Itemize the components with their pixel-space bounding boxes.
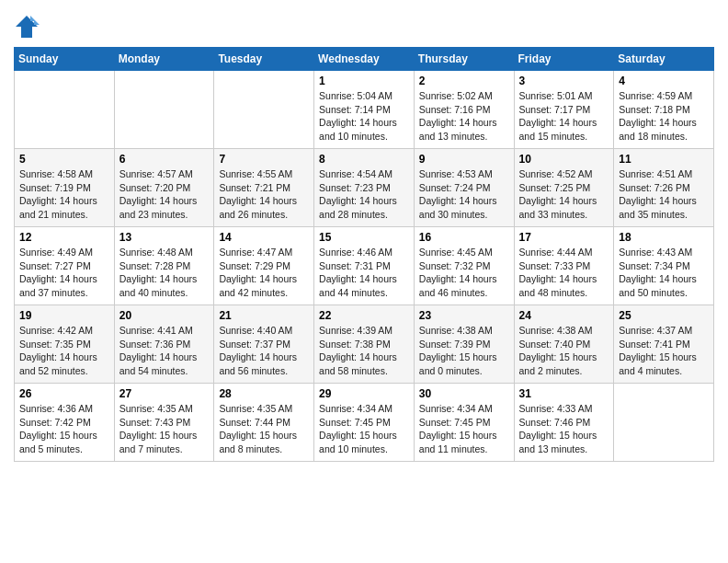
day-info: Sunrise: 4:38 AM Sunset: 7:39 PM Dayligh… [419, 324, 509, 378]
day-info: Sunrise: 4:48 AM Sunset: 7:28 PM Dayligh… [119, 246, 210, 300]
svg-marker-0 [16, 16, 38, 38]
calendar-cell: 4Sunrise: 4:59 AM Sunset: 7:18 PM Daylig… [614, 71, 714, 149]
weekday-header-sunday: Sunday [15, 48, 115, 71]
calendar-cell: 28Sunrise: 4:35 AM Sunset: 7:44 PM Dayli… [214, 384, 314, 462]
day-number: 17 [519, 231, 609, 244]
day-number: 10 [519, 153, 609, 166]
day-number: 13 [119, 231, 210, 244]
calendar-week-row: 12Sunrise: 4:49 AM Sunset: 7:27 PM Dayli… [15, 227, 714, 305]
calendar-cell: 26Sunrise: 4:36 AM Sunset: 7:42 PM Dayli… [15, 384, 115, 462]
calendar-week-row: 5Sunrise: 4:58 AM Sunset: 7:19 PM Daylig… [15, 149, 714, 227]
day-info: Sunrise: 4:55 AM Sunset: 7:21 PM Dayligh… [219, 167, 309, 222]
day-number: 26 [19, 387, 109, 400]
day-info: Sunrise: 4:54 AM Sunset: 7:23 PM Dayligh… [319, 167, 409, 222]
calendar-cell: 14Sunrise: 4:47 AM Sunset: 7:29 PM Dayli… [214, 227, 314, 305]
page-header [14, 9, 714, 40]
calendar-cell: 25Sunrise: 4:37 AM Sunset: 7:41 PM Dayli… [614, 305, 714, 384]
day-info: Sunrise: 4:45 AM Sunset: 7:32 PM Dayligh… [419, 246, 509, 300]
logo [14, 14, 42, 40]
day-number: 14 [219, 231, 309, 244]
calendar-cell: 21Sunrise: 4:40 AM Sunset: 7:37 PM Dayli… [214, 305, 314, 384]
day-number: 4 [619, 75, 709, 87]
calendar-cell [114, 71, 214, 149]
day-info: Sunrise: 4:40 AM Sunset: 7:37 PM Dayligh… [219, 324, 309, 378]
day-info: Sunrise: 4:36 AM Sunset: 7:42 PM Dayligh… [19, 402, 109, 456]
day-info: Sunrise: 4:43 AM Sunset: 7:34 PM Dayligh… [619, 246, 709, 300]
calendar-cell: 17Sunrise: 4:44 AM Sunset: 7:33 PM Dayli… [514, 227, 614, 305]
calendar-cell: 22Sunrise: 4:39 AM Sunset: 7:38 PM Dayli… [314, 305, 415, 384]
calendar-cell: 11Sunrise: 4:51 AM Sunset: 7:26 PM Dayli… [614, 149, 714, 227]
day-number: 18 [619, 231, 709, 244]
day-number: 6 [119, 153, 210, 166]
day-info: Sunrise: 4:38 AM Sunset: 7:40 PM Dayligh… [519, 324, 609, 378]
day-number: 19 [19, 309, 109, 322]
day-number: 9 [419, 153, 509, 166]
day-info: Sunrise: 4:41 AM Sunset: 7:36 PM Dayligh… [119, 324, 210, 378]
day-number: 23 [419, 309, 509, 322]
calendar-cell: 10Sunrise: 4:52 AM Sunset: 7:25 PM Dayli… [514, 149, 614, 227]
calendar-week-row: 1Sunrise: 5:04 AM Sunset: 7:14 PM Daylig… [15, 71, 714, 149]
calendar-week-row: 19Sunrise: 4:42 AM Sunset: 7:35 PM Dayli… [15, 305, 714, 384]
calendar-cell: 31Sunrise: 4:33 AM Sunset: 7:46 PM Dayli… [514, 384, 614, 462]
day-info: Sunrise: 4:51 AM Sunset: 7:26 PM Dayligh… [619, 167, 709, 222]
day-info: Sunrise: 4:46 AM Sunset: 7:31 PM Dayligh… [319, 246, 409, 300]
day-number: 16 [419, 231, 509, 244]
logo-icon [14, 14, 40, 40]
day-number: 28 [219, 387, 309, 400]
day-number: 5 [19, 153, 109, 166]
day-number: 2 [419, 75, 509, 87]
calendar-cell: 9Sunrise: 4:53 AM Sunset: 7:24 PM Daylig… [414, 149, 514, 227]
day-info: Sunrise: 4:44 AM Sunset: 7:33 PM Dayligh… [519, 246, 609, 300]
calendar-cell: 27Sunrise: 4:35 AM Sunset: 7:43 PM Dayli… [114, 384, 214, 462]
day-info: Sunrise: 4:39 AM Sunset: 7:38 PM Dayligh… [319, 324, 409, 378]
calendar-cell: 12Sunrise: 4:49 AM Sunset: 7:27 PM Dayli… [15, 227, 115, 305]
day-info: Sunrise: 4:42 AM Sunset: 7:35 PM Dayligh… [19, 324, 109, 378]
day-number: 7 [219, 153, 309, 166]
weekday-header-tuesday: Tuesday [214, 48, 314, 71]
weekday-header-row: SundayMondayTuesdayWednesdayThursdayFrid… [15, 48, 714, 71]
calendar-cell: 15Sunrise: 4:46 AM Sunset: 7:31 PM Dayli… [314, 227, 415, 305]
day-number: 8 [319, 153, 409, 166]
calendar-week-row: 26Sunrise: 4:36 AM Sunset: 7:42 PM Dayli… [15, 384, 714, 462]
calendar-cell: 6Sunrise: 4:57 AM Sunset: 7:20 PM Daylig… [114, 149, 214, 227]
day-info: Sunrise: 4:47 AM Sunset: 7:29 PM Dayligh… [219, 246, 309, 300]
day-number: 15 [319, 231, 409, 244]
day-info: Sunrise: 4:59 AM Sunset: 7:18 PM Dayligh… [619, 89, 709, 144]
calendar-cell: 29Sunrise: 4:34 AM Sunset: 7:45 PM Dayli… [314, 384, 415, 462]
day-info: Sunrise: 4:34 AM Sunset: 7:45 PM Dayligh… [419, 402, 509, 456]
weekday-header-thursday: Thursday [414, 48, 514, 71]
calendar-cell: 8Sunrise: 4:54 AM Sunset: 7:23 PM Daylig… [314, 149, 415, 227]
calendar-cell: 5Sunrise: 4:58 AM Sunset: 7:19 PM Daylig… [15, 149, 115, 227]
calendar-cell: 3Sunrise: 5:01 AM Sunset: 7:17 PM Daylig… [514, 71, 614, 149]
day-info: Sunrise: 5:02 AM Sunset: 7:16 PM Dayligh… [419, 89, 509, 144]
calendar-cell: 13Sunrise: 4:48 AM Sunset: 7:28 PM Dayli… [114, 227, 214, 305]
day-number: 30 [419, 387, 509, 400]
day-number: 25 [619, 309, 709, 322]
calendar-table: SundayMondayTuesdayWednesdayThursdayFrid… [14, 47, 714, 462]
calendar-cell: 19Sunrise: 4:42 AM Sunset: 7:35 PM Dayli… [15, 305, 115, 384]
day-number: 1 [319, 75, 409, 87]
calendar-cell: 7Sunrise: 4:55 AM Sunset: 7:21 PM Daylig… [214, 149, 314, 227]
day-info: Sunrise: 4:37 AM Sunset: 7:41 PM Dayligh… [619, 324, 709, 378]
day-number: 24 [519, 309, 609, 322]
day-number: 20 [119, 309, 210, 322]
day-number: 22 [319, 309, 409, 322]
day-info: Sunrise: 4:35 AM Sunset: 7:43 PM Dayligh… [119, 402, 210, 456]
day-info: Sunrise: 4:34 AM Sunset: 7:45 PM Dayligh… [319, 402, 409, 456]
day-info: Sunrise: 4:33 AM Sunset: 7:46 PM Dayligh… [519, 402, 609, 456]
day-number: 29 [319, 387, 409, 400]
calendar-cell: 30Sunrise: 4:34 AM Sunset: 7:45 PM Dayli… [414, 384, 514, 462]
day-info: Sunrise: 5:01 AM Sunset: 7:17 PM Dayligh… [519, 89, 609, 144]
day-number: 11 [619, 153, 709, 166]
day-info: Sunrise: 4:53 AM Sunset: 7:24 PM Dayligh… [419, 167, 509, 222]
calendar-cell: 2Sunrise: 5:02 AM Sunset: 7:16 PM Daylig… [414, 71, 514, 149]
day-info: Sunrise: 4:58 AM Sunset: 7:19 PM Dayligh… [19, 167, 109, 222]
calendar-cell: 24Sunrise: 4:38 AM Sunset: 7:40 PM Dayli… [514, 305, 614, 384]
day-info: Sunrise: 4:49 AM Sunset: 7:27 PM Dayligh… [19, 246, 109, 300]
weekday-header-friday: Friday [514, 48, 614, 71]
day-number: 21 [219, 309, 309, 322]
calendar-cell: 16Sunrise: 4:45 AM Sunset: 7:32 PM Dayli… [414, 227, 514, 305]
day-info: Sunrise: 4:57 AM Sunset: 7:20 PM Dayligh… [119, 167, 210, 222]
calendar-cell: 18Sunrise: 4:43 AM Sunset: 7:34 PM Dayli… [614, 227, 714, 305]
day-number: 3 [519, 75, 609, 87]
